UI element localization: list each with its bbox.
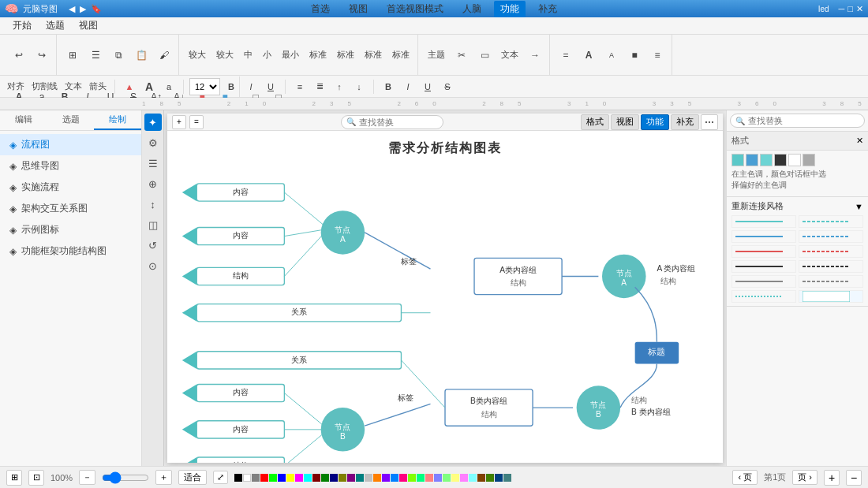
underline2-fmt[interactable]: U [419, 78, 436, 95]
buzhong-btn[interactable]: 补充 [671, 114, 699, 130]
palette-white[interactable] [243, 474, 251, 482]
arrange-a[interactable]: A [578, 44, 600, 66]
swatch-dark[interactable] [774, 154, 787, 166]
copy-button[interactable]: ⧉ [107, 44, 129, 66]
size-l[interactable]: 较大 [211, 44, 238, 66]
iconbar-rotate[interactable]: ↺ [144, 237, 162, 254]
iconbar-menu[interactable]: ☰ [144, 155, 162, 172]
redo-btn[interactable]: ▶ [80, 4, 86, 14]
paste-button[interactable]: 📋 [130, 44, 152, 66]
arrange-a2[interactable]: A [600, 44, 623, 66]
border-button[interactable]: ▭ [473, 44, 496, 66]
sidebar-item-example[interactable]: ◈ 示例图标 [0, 219, 141, 240]
arrange-fill[interactable]: ■ [623, 44, 645, 66]
max-btn[interactable]: □ [847, 4, 853, 13]
palette-darkerlime[interactable] [486, 474, 494, 482]
palette-teal[interactable] [356, 474, 364, 482]
style-item-5[interactable] [731, 245, 796, 258]
iconbar-settings[interactable]: ⚙ [144, 134, 162, 151]
palette-yellow[interactable] [286, 474, 294, 482]
bold2-fmt[interactable]: B [380, 78, 397, 95]
box-a-rect[interactable] [474, 258, 562, 294]
theme-button[interactable]: 主题 [423, 44, 450, 66]
arrow-button[interactable]: → [524, 44, 546, 66]
palette-magenta[interactable] [295, 474, 303, 482]
sidebar-tab-edit[interactable]: 编辑 [0, 110, 47, 130]
swatch-blue[interactable] [746, 154, 758, 166]
palette-darkcyan[interactable] [503, 474, 511, 482]
mindmap-svg[interactable]: 内容 内容 结构 关系 节点 A [167, 163, 723, 463]
size-std2[interactable]: 标准 [332, 44, 359, 66]
menu-start[interactable]: 开始 [6, 17, 38, 34]
text-button[interactable]: 文本 [496, 44, 523, 66]
tab-shitu[interactable]: 视图 [342, 1, 374, 17]
size-std1[interactable]: 标准 [305, 44, 331, 66]
arrange-align[interactable]: ≡ [646, 44, 668, 66]
grid-button[interactable]: ⊞ [62, 44, 84, 66]
sidebar-tab-topic[interactable]: 选题 [47, 110, 95, 130]
palette-gray[interactable] [252, 474, 260, 482]
palette-darkblue[interactable] [495, 474, 503, 482]
strikethrough-fmt[interactable]: S [439, 78, 456, 95]
style-item-9[interactable] [731, 275, 796, 288]
size-std4[interactable]: 标准 [387, 44, 414, 66]
page-next-btn[interactable]: 页 › [792, 470, 817, 485]
arrange-eq[interactable]: = [555, 44, 577, 66]
sidebar-item-flowchart[interactable]: ◈ 流程图 [0, 134, 141, 155]
format-paint[interactable]: 🖌 [153, 44, 175, 66]
palette-black[interactable] [234, 474, 242, 482]
palette-spring[interactable] [417, 474, 425, 482]
palette-brown[interactable] [477, 474, 485, 482]
palette-pink[interactable] [460, 474, 468, 482]
size-xl[interactable]: 较大 [184, 44, 211, 66]
palette-salmon[interactable] [425, 474, 433, 482]
cut-button[interactable]: ✂ [451, 44, 473, 66]
list-button[interactable]: ☰ [84, 44, 107, 66]
sidebar-tab-draw[interactable]: 绘制 [94, 110, 141, 130]
sidebar-item-func[interactable]: ◈ 功能框架功能结构图 [0, 240, 141, 262]
zoom-out-btn[interactable]: － [79, 470, 95, 485]
palette-navy[interactable] [330, 474, 338, 482]
palette-darkgreen[interactable] [321, 474, 329, 482]
right-search-input[interactable] [748, 116, 859, 125]
align-left[interactable]: ≡ [291, 78, 309, 95]
palette-periwinkle[interactable] [434, 474, 442, 482]
status-expand-btn[interactable]: ⊡ [28, 470, 44, 486]
italic2-fmt[interactable]: I [399, 78, 417, 95]
divider-btn[interactable]: 切割线 [29, 78, 60, 95]
canvas-more-btn[interactable]: ⋯ [701, 114, 718, 130]
sidebar-item-mindmap[interactable]: ◈ 思维导图 [0, 155, 141, 177]
tab-shouye[interactable]: 首选 [305, 1, 336, 17]
right-search-box[interactable]: 🔍 [730, 114, 865, 128]
fit-btn[interactable]: 适合 [178, 470, 207, 485]
iconbar-target[interactable]: ⊙ [144, 257, 162, 274]
tab-buchong[interactable]: 补充 [532, 1, 563, 17]
palette-silver[interactable] [365, 474, 372, 482]
palette-cream[interactable] [451, 474, 459, 482]
style-item-7[interactable] [731, 260, 796, 273]
style-item-10[interactable] [799, 275, 863, 288]
tab-gongneng[interactable]: 功能 [494, 1, 526, 17]
size-std3[interactable]: 标准 [360, 44, 387, 66]
color-fill-btn[interactable]: ▲ [121, 78, 138, 95]
font-a2-btn[interactable]: a [160, 78, 178, 95]
font-a-btn[interactable]: A [140, 78, 158, 95]
style-item-3[interactable] [731, 230, 796, 243]
menu-topic[interactable]: 选题 [39, 17, 71, 34]
undo-btn[interactable]: ◀ [69, 4, 75, 14]
palette-lime[interactable] [408, 474, 416, 482]
style-item-12[interactable] [799, 290, 863, 303]
align-up[interactable]: ↑ [331, 78, 348, 95]
palette-purple[interactable] [347, 474, 355, 482]
swatch-light-teal[interactable] [760, 154, 773, 166]
page-add-btn[interactable]: + [824, 470, 840, 486]
iconbar-select[interactable]: ✦ [144, 114, 162, 131]
style-item-8[interactable] [799, 260, 863, 273]
palette-green[interactable] [269, 474, 277, 482]
arrow-fmt-btn[interactable]: 箭头 [87, 78, 109, 95]
style-item-6[interactable] [799, 245, 863, 258]
zoom-slider[interactable] [102, 471, 149, 484]
iconbar-resize[interactable]: ↕ [144, 196, 162, 213]
canvas-search[interactable]: 🔍 [341, 115, 443, 129]
redo-button[interactable]: ↪ [31, 44, 53, 66]
